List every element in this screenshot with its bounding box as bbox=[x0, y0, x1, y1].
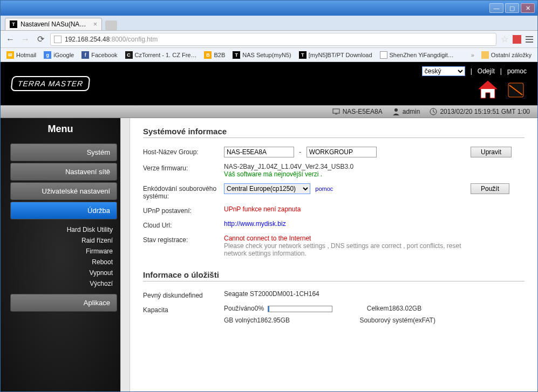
fw-value: NAS-2Bay_J1.04Z_L1.04V_Ver2.34_USB3.0 bbox=[224, 163, 471, 170]
nas-icon: T bbox=[233, 51, 240, 59]
cztorrent-icon: C bbox=[125, 51, 133, 59]
filesystem: Souborový systém(exFAT) bbox=[359, 317, 467, 324]
window-titlebar: — ▢ ✕ bbox=[1, 1, 537, 16]
minimize-button[interactable]: — bbox=[489, 3, 503, 13]
total-capacity: Celkem1863.02GB bbox=[367, 305, 475, 312]
svg-rect-3 bbox=[333, 109, 339, 113]
bookmark-other[interactable]: Ostatní záložky bbox=[479, 50, 534, 60]
menu-title: Menu bbox=[1, 123, 120, 135]
upnp-label: UPnP postavení: bbox=[143, 205, 224, 215]
reload-button[interactable]: ⟳ bbox=[35, 34, 46, 44]
status-device: NAS-E5EA8A bbox=[332, 108, 383, 115]
close-window-button[interactable]: ✕ bbox=[521, 3, 535, 13]
favicon-icon: T bbox=[10, 20, 17, 28]
close-tab-icon[interactable]: × bbox=[93, 20, 97, 28]
bookmark-igoogle[interactable]: giGoogle bbox=[41, 50, 77, 60]
sysinfo-heading: Systémové informace bbox=[143, 127, 525, 138]
content-area: Systémové informace Host-Název Group: - … bbox=[130, 118, 537, 391]
url-port: :8000 bbox=[110, 36, 126, 43]
bookmarks-overflow-icon[interactable]: » bbox=[469, 52, 476, 58]
fw-status: Váš software má nejnovější verzi . bbox=[224, 170, 471, 178]
submenu-maintenance: Hard Disk Utility Raid řízení Firmware R… bbox=[1, 221, 120, 292]
hotmail-icon: ✉ bbox=[6, 51, 14, 59]
host-input[interactable] bbox=[224, 147, 294, 157]
logout-link[interactable]: Odejít bbox=[478, 67, 495, 75]
forward-button[interactable]: → bbox=[20, 35, 31, 44]
url-host: 192.168.254.48 bbox=[65, 36, 110, 43]
apply-button[interactable]: Použít bbox=[471, 183, 509, 194]
cloud-url-link[interactable]: http://www.mydisk.biz bbox=[224, 220, 286, 228]
menu-maintenance[interactable]: Údržba bbox=[10, 202, 117, 219]
user-icon bbox=[392, 108, 400, 115]
status-datetime: 2013/02/20 15:19:51 GMT 1:00 bbox=[430, 108, 530, 115]
submenu-raid[interactable]: Raid řízení bbox=[1, 235, 113, 246]
address-bar: ← → ⟳ 192.168.254.48:8000/config.htm ☆ bbox=[1, 31, 537, 48]
folder-icon bbox=[481, 51, 489, 59]
group-input[interactable] bbox=[307, 147, 377, 157]
b2b-icon: B bbox=[204, 51, 212, 59]
edit-button[interactable]: Upravit bbox=[471, 147, 512, 157]
submenu-hdd[interactable]: Hard Disk Utility bbox=[1, 224, 113, 235]
monitor-icon bbox=[332, 108, 340, 115]
menu-apps[interactable]: Aplikace bbox=[10, 294, 117, 312]
bookmarks-bar: ✉Hotmail giGoogle fFacebook CCzTorrent -… bbox=[1, 48, 537, 62]
url-input[interactable]: 192.168.254.48:8000/config.htm bbox=[50, 33, 496, 46]
clock-icon bbox=[430, 108, 437, 115]
bookmark-myn5[interactable]: T[myN5]BT/PT Download bbox=[296, 50, 375, 60]
nas-header: TERRA MASTER český | Odejít | pomoc bbox=[1, 62, 537, 105]
capacity-label: Kapacita bbox=[143, 305, 224, 314]
sidebar: Menu Systém Nastavení sítě Uživatelské n… bbox=[1, 118, 120, 391]
new-tab-button[interactable] bbox=[105, 20, 117, 30]
svg-point-5 bbox=[394, 108, 398, 112]
maximize-button[interactable]: ▢ bbox=[505, 3, 519, 13]
left-scrollbar[interactable] bbox=[120, 118, 130, 391]
usage-bar bbox=[268, 306, 332, 312]
reg-message: Please check your network settings , DNS… bbox=[224, 242, 471, 257]
bookmark-nassetup[interactable]: TNAS Setup(myN5) bbox=[230, 50, 294, 60]
menu-users[interactable]: Uživatelské nastavení bbox=[10, 182, 117, 200]
chrome-menu-icon[interactable] bbox=[526, 36, 533, 43]
free-capacity: GB volných1862.95GB bbox=[224, 317, 290, 324]
storage-heading: Informace o úložišti bbox=[143, 270, 525, 281]
reg-label: Stav registrace: bbox=[143, 235, 224, 244]
submenu-reboot[interactable]: Reboot bbox=[1, 257, 113, 267]
enc-label: Enkódování souborového systému: bbox=[143, 183, 224, 200]
svg-marker-1 bbox=[479, 81, 497, 89]
status-bar: NAS-E5EA8A admin 2013/02/20 15:19:51 GMT… bbox=[1, 105, 537, 118]
used-label: Používáno0% bbox=[224, 305, 264, 312]
doc-icon bbox=[380, 51, 387, 59]
disk-value: Seagate ST2000DM001-1CH164 bbox=[224, 290, 525, 298]
back-button[interactable]: ← bbox=[5, 35, 16, 44]
encoding-select[interactable]: Central Europe(cp1250) bbox=[224, 183, 310, 194]
tab-title: Nastavení NASu(NAS-E5EA8… bbox=[21, 20, 90, 28]
disk-icon[interactable] bbox=[505, 80, 527, 102]
logo: TERRA MASTER bbox=[11, 76, 91, 91]
language-select[interactable]: český bbox=[422, 66, 465, 76]
encoding-help-link[interactable]: pomoc bbox=[315, 185, 333, 192]
menu-system[interactable]: Systém bbox=[10, 143, 117, 161]
bookmark-facebook[interactable]: fFacebook bbox=[79, 50, 120, 60]
svg-rect-4 bbox=[335, 114, 337, 114]
home-icon[interactable] bbox=[477, 80, 499, 102]
help-link[interactable]: pomoc bbox=[507, 67, 527, 75]
submenu-default[interactable]: Výchozí bbox=[1, 278, 113, 289]
upnp-value: UPnP funkce není zapnuta bbox=[224, 205, 471, 213]
facebook-icon: f bbox=[81, 51, 89, 59]
bookmark-shenzhen[interactable]: ShenZhen YiFangdigit… bbox=[377, 50, 457, 60]
igoogle-icon: g bbox=[44, 51, 51, 59]
browser-tab[interactable]: T Nastavení NASu(NAS-E5EA8… × bbox=[5, 18, 102, 30]
submenu-firmware[interactable]: Firmware bbox=[1, 246, 113, 257]
cloud-label: Cloud Url: bbox=[143, 220, 224, 229]
nas-icon: T bbox=[299, 51, 307, 59]
page-icon bbox=[54, 36, 62, 43]
bookmark-star-icon[interactable]: ☆ bbox=[501, 34, 508, 44]
tab-bar: T Nastavení NASu(NAS-E5EA8… × bbox=[1, 16, 537, 31]
url-path: /config.htm bbox=[126, 36, 158, 43]
submenu-shutdown[interactable]: Vypnout bbox=[1, 267, 113, 278]
host-label: Host-Název Group: bbox=[143, 147, 224, 156]
extension-icon[interactable] bbox=[513, 35, 521, 44]
bookmark-b2b[interactable]: BB2B bbox=[201, 50, 228, 60]
bookmark-hotmail[interactable]: ✉Hotmail bbox=[4, 50, 39, 60]
bookmark-cztorrent[interactable]: CCzTorrent - 1. CZ Fre… bbox=[122, 50, 200, 60]
menu-network[interactable]: Nastavení sítě bbox=[10, 163, 117, 181]
